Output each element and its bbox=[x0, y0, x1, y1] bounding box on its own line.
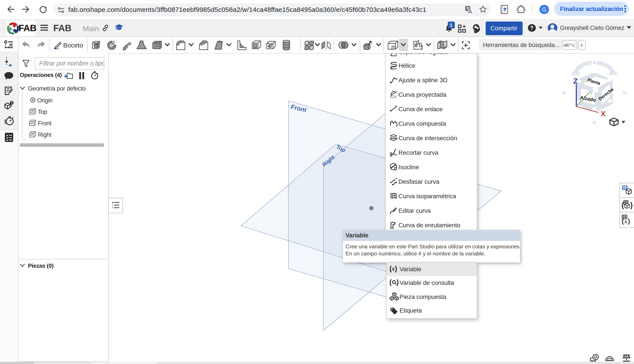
svg-text:): ) bbox=[628, 217, 630, 224]
svg-text:(: ( bbox=[622, 217, 624, 224]
svg-text:Y: Y bbox=[589, 90, 593, 96]
svg-text:x: x bbox=[624, 218, 627, 224]
svg-text:Z: Z bbox=[573, 77, 578, 85]
svg-text:}: } bbox=[630, 200, 633, 209]
svg-text:X: X bbox=[601, 110, 606, 118]
